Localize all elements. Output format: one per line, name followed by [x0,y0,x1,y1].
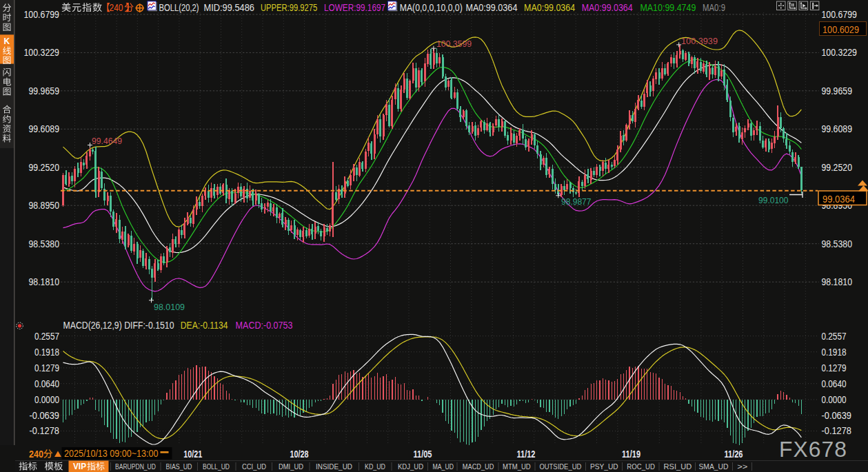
svg-text:PSY_UD: PSY_UD [590,462,618,471]
svg-text:MA0:99.0364: MA0:99.0364 [524,1,575,13]
svg-text:CCI_UD: CCI_UD [242,462,266,471]
svg-text:0.0640: 0.0640 [822,378,847,389]
svg-text:MA_UD: MA_UD [433,462,454,471]
svg-text:FX678: FX678 [779,438,847,462]
svg-text:100.3229: 100.3229 [24,47,60,58]
svg-text:BOLL(20,2): BOLL(20,2) [159,1,199,13]
svg-text:RSI_UD: RSI_UD [664,462,692,471]
svg-text:10/28: 10/28 [290,449,309,460]
svg-text:99.6089: 99.6089 [822,123,853,134]
svg-text:-0.0639: -0.0639 [30,410,60,421]
svg-text:0.2557: 0.2557 [34,331,59,342]
svg-text:240: 240 [29,449,43,460]
svg-text:11/12: 11/12 [517,449,536,460]
svg-text:KDJ_UD: KDJ_UD [398,462,423,471]
svg-text:DMI_UD: DMI_UD [279,462,303,471]
svg-text:99.2520: 99.2520 [29,162,60,173]
svg-text:-0.1278: -0.1278 [30,425,60,436]
svg-text:11/26: 11/26 [725,449,743,460]
svg-text:0.2557: 0.2557 [822,331,847,342]
svg-text:DEA:-0.1134: DEA:-0.1134 [181,319,228,331]
svg-text:0.0000: 0.0000 [34,394,59,405]
svg-text:MA10:99.4749: MA10:99.4749 [640,1,696,13]
svg-text:98.1810: 98.1810 [822,276,853,287]
svg-text:MACD:-0.0753: MACD:-0.0753 [236,319,293,331]
svg-text:11/05: 11/05 [414,449,432,460]
svg-text:0.0000: 0.0000 [822,394,847,405]
svg-text:0.1279: 0.1279 [34,362,59,373]
svg-text:99.2520: 99.2520 [822,162,853,173]
svg-text:BIAS_UD: BIAS_UD [166,462,192,471]
svg-text:OUTSIDE_UD: OUTSIDE_UD [539,462,581,471]
svg-text:-0.1278: -0.1278 [822,425,852,436]
svg-text:11/19: 11/19 [622,449,640,460]
svg-text:98.8950: 98.8950 [29,200,60,211]
svg-text:99.0364: 99.0364 [822,193,855,205]
svg-text:ROC_UD: ROC_UD [627,462,655,471]
svg-text:MA0:9: MA0:9 [703,1,725,13]
svg-text:MTM_UD: MTM_UD [503,462,531,471]
svg-text:UPPER:99.9275: UPPER:99.9275 [261,1,317,13]
svg-text:100.6029: 100.6029 [822,23,859,35]
svg-text:98.0109: 98.0109 [154,302,185,312]
svg-text:100.6799: 100.6799 [822,9,858,20]
svg-text:240: 240 [110,2,123,13]
svg-text:98.5380: 98.5380 [822,238,853,249]
svg-text:BOLL_UD: BOLL_UD [203,462,230,471]
svg-text:99.9659: 99.9659 [29,85,60,96]
svg-text:2025/10/13 09:00~13:00: 2025/10/13 09:00~13:00 [64,447,159,459]
svg-text:>>: >> [737,462,748,471]
svg-text:100.3599: 100.3599 [436,39,472,49]
svg-text:0.1918: 0.1918 [34,347,59,358]
svg-text:MID:99.5486: MID:99.5486 [204,1,255,13]
svg-text:INSIDE_UD: INSIDE_UD [316,462,352,471]
svg-text:98.1810: 98.1810 [29,276,60,287]
svg-text:99.0100: 99.0100 [758,195,789,205]
svg-text:MACD_UD: MACD_UD [463,462,494,471]
svg-text:-0.0639: -0.0639 [822,410,852,421]
svg-text:MA0:99.0364: MA0:99.0364 [582,1,633,13]
svg-text:98.5380: 98.5380 [29,238,60,249]
svg-text:98.9877: 98.9877 [561,196,592,207]
svg-text:K: K [3,37,10,46]
svg-text:0.1918: 0.1918 [822,347,847,358]
svg-text:100.3939: 100.3939 [681,36,718,46]
svg-text:KD_UD: KD_UD [365,462,385,471]
svg-text:100.3229: 100.3229 [822,47,858,58]
svg-text:10/21: 10/21 [183,449,202,460]
svg-text:MA(0,0,0,10,0,0): MA(0,0,0,10,0,0) [400,1,463,13]
svg-text:99.6089: 99.6089 [29,123,60,134]
svg-text:MACD(26,12,9) DIFF:-0.1510: MACD(26,12,9) DIFF:-0.1510 [63,319,174,331]
svg-text:99.9659: 99.9659 [822,85,853,96]
svg-text:SMA_UD: SMA_UD [698,462,728,471]
svg-text:MA0:99.0364: MA0:99.0364 [465,1,517,13]
svg-text:0.0640: 0.0640 [34,378,59,389]
svg-text:0.1279: 0.1279 [822,362,847,373]
svg-text:100.6799: 100.6799 [24,9,60,20]
svg-text:VIP: VIP [73,462,86,471]
svg-text:99.4649: 99.4649 [92,136,122,146]
svg-text:LOWER:99.1697: LOWER:99.1697 [324,1,385,13]
svg-text:BARUPDN_UD: BARUPDN_UD [115,462,156,471]
